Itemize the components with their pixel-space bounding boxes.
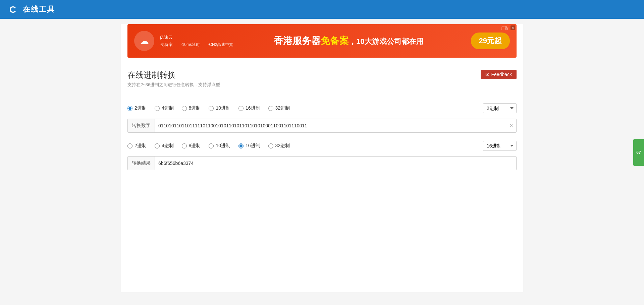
input-radio-8[interactable]: 8进制	[182, 105, 201, 111]
output-radio-8-label: 8进制	[189, 143, 201, 149]
ad-details: ·免备案 ·10ms延时 ·CN2高速带宽	[160, 42, 233, 48]
output-radio-32-label: 32进制	[275, 143, 290, 149]
feedback-label: Feedback	[491, 72, 512, 77]
input-radio-10-label: 10进制	[216, 105, 230, 111]
input-radio-16[interactable]: 16进制	[238, 105, 260, 111]
output-radio-group: 2进制 4进制 8进制 10进制 16进制 32进制	[127, 141, 517, 151]
input-radio-10[interactable]: 10进制	[209, 105, 230, 111]
ad-banner: 广告 × ☁ 亿速云 ·免备案 ·10ms延时 ·CN2高速带宽 香港服务器免备…	[127, 24, 517, 58]
output-radio-2-input[interactable]	[127, 143, 132, 148]
ad-price-button[interactable]: 29元起	[471, 33, 510, 49]
input-radio-16-label: 16进制	[246, 105, 260, 111]
output-radio-4[interactable]: 4进制	[155, 143, 174, 149]
converter-section: 2进制 4进制 8进制 10进制 16进制 32进制	[127, 97, 517, 177]
side-widget-label: 67	[636, 150, 641, 155]
logo-text: 在线工具	[23, 4, 55, 14]
ad-text-highlight: 免备案	[321, 36, 349, 46]
output-radio-10[interactable]: 10进制	[209, 143, 230, 149]
output-radio-32[interactable]: 32进制	[268, 143, 290, 149]
output-radio-32-input[interactable]	[268, 143, 273, 148]
output-radio-2[interactable]: 2进制	[127, 143, 147, 149]
output-base-dropdown[interactable]: 2进制 4进制 8进制 10进制 16进制 32进制	[483, 141, 517, 151]
input-radio-32-input[interactable]	[268, 106, 273, 111]
input-base-dropdown[interactable]: 2进制 4进制 8进制 10进制 16进制 32进制	[483, 103, 517, 113]
output-radio-16-input[interactable]	[238, 143, 244, 148]
output-radio-16-label: 16进制	[246, 143, 260, 149]
input-radio-32[interactable]: 32进制	[268, 105, 290, 111]
input-radio-group: 2进制 4进制 8进制 10进制 16进制 32进制	[127, 103, 517, 113]
input-row: 转换数字 ×	[127, 119, 517, 133]
output-radio-8-input[interactable]	[182, 143, 187, 148]
logo-icon: C	[8, 3, 20, 15]
input-radio-4[interactable]: 4进制	[155, 105, 174, 111]
input-radio-2-label: 2进制	[135, 105, 147, 111]
feedback-button[interactable]: ✉ Feedback	[481, 70, 517, 79]
output-radio-4-label: 4进制	[162, 143, 174, 149]
input-clear-button[interactable]: ×	[506, 123, 516, 129]
svg-text:C: C	[9, 4, 16, 15]
input-radio-16-input[interactable]	[238, 106, 244, 111]
ad-label: 广告	[501, 25, 508, 30]
ad-close-button[interactable]: ×	[511, 25, 515, 30]
input-radio-10-input[interactable]	[209, 106, 214, 111]
output-radio-10-input[interactable]	[209, 143, 214, 148]
ad-logo-symbol: ☁	[140, 36, 149, 47]
ad-text-part2: ，10大游戏公司都在用	[349, 37, 423, 46]
output-radio-10-label: 10进制	[216, 143, 230, 149]
page-subtitle: 支持在2~36进制之间进行任意转换，支持浮点型	[127, 82, 517, 88]
ad-text-part1: 香港服务器	[274, 36, 321, 46]
ad-company-name: 亿速云	[160, 35, 233, 41]
result-label: 转换结果	[128, 157, 155, 170]
ad-logo: ☁	[134, 31, 154, 51]
page-title: 在线进制转换	[127, 70, 517, 80]
output-radio-4-input[interactable]	[155, 143, 160, 148]
input-radio-8-input[interactable]	[182, 106, 187, 111]
input-radio-2-input[interactable]	[127, 106, 132, 111]
page-title-area: 在线进制转换 支持在2~36进制之间进行任意转换，支持浮点型 ✉ Feedbac…	[127, 63, 517, 90]
ad-detail-2: ·10ms延时	[181, 42, 200, 48]
input-radio-8-label: 8进制	[189, 105, 201, 111]
logo-area: C 在线工具	[8, 3, 55, 15]
input-radio-4-label: 4进制	[162, 105, 174, 111]
header: C 在线工具	[0, 0, 644, 19]
result-row: 转换结果 6b6f656b6a3374	[127, 156, 517, 170]
ad-main-text: 香港服务器免备案，10大游戏公司都在用	[233, 35, 464, 47]
side-widget[interactable]: 67	[633, 139, 644, 166]
output-radio-2-label: 2进制	[135, 143, 147, 149]
input-radio-4-input[interactable]	[155, 106, 160, 111]
main-wrapper: 广告 × ☁ 亿速云 ·免备案 ·10ms延时 ·CN2高速带宽 香港服务器免备…	[121, 24, 523, 292]
input-radio-32-label: 32进制	[275, 105, 290, 111]
ad-detail-3: ·CN2高速带宽	[208, 42, 233, 48]
output-radio-16[interactable]: 16进制	[238, 143, 260, 149]
number-input[interactable]	[155, 119, 506, 132]
output-radio-8[interactable]: 8进制	[182, 143, 201, 149]
ad-detail-1: ·免备案	[160, 42, 173, 48]
envelope-icon: ✉	[485, 72, 489, 77]
input-label: 转换数字	[128, 119, 155, 132]
result-value: 6b6f656b6a3374	[155, 157, 516, 170]
input-radio-2[interactable]: 2进制	[127, 105, 147, 111]
ad-company-info: 亿速云 ·免备案 ·10ms延时 ·CN2高速带宽	[160, 35, 233, 48]
